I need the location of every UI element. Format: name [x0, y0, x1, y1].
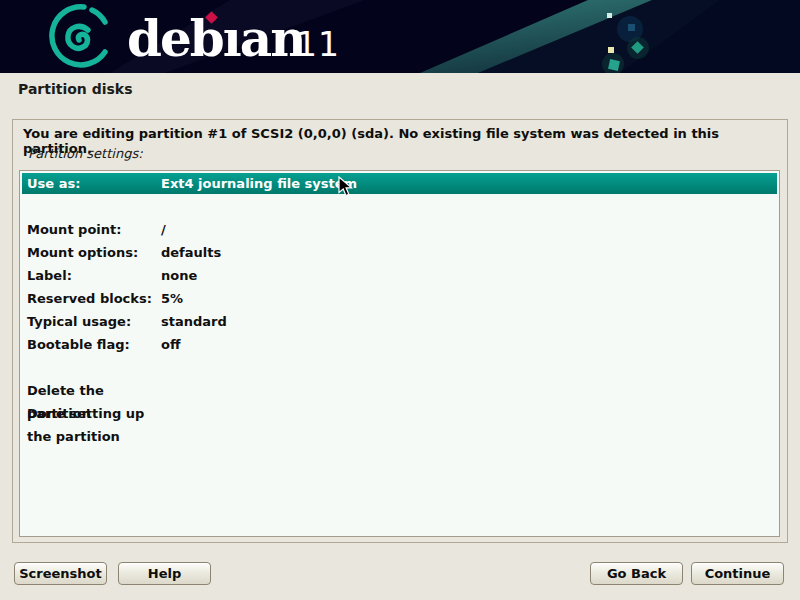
row-label: Mount point: — [27, 218, 161, 241]
row-value: / — [161, 218, 779, 241]
continue-button[interactable]: Continue — [691, 562, 784, 585]
brand-part: an — [240, 9, 305, 68]
list-row[interactable]: Bootable flag:off — [20, 333, 779, 356]
partition-settings-list[interactable]: Use as:Ext4 journaling file systemMount … — [19, 170, 780, 537]
row-label: Label: — [27, 264, 161, 287]
installer-banner: debıan 11 — [0, 0, 800, 73]
list-spacer-row — [20, 356, 779, 379]
row-value: defaults — [161, 241, 779, 264]
mouse-cursor-icon — [338, 176, 354, 198]
row-label: Bootable flag: — [27, 333, 161, 356]
partition-settings-label: Partition settings: — [28, 146, 143, 161]
list-row[interactable]: Use as:Ext4 journaling file system — [22, 173, 777, 194]
row-label: Reserved blocks: — [27, 287, 161, 310]
row-value — [161, 402, 779, 425]
row-value: off — [161, 333, 779, 356]
brand-part-dotless-i: ı — [223, 9, 240, 68]
row-value: none — [161, 264, 779, 287]
list-row[interactable]: Reserved blocks:5% — [20, 287, 779, 310]
row-label: Mount options: — [27, 241, 161, 264]
row-label: Use as: — [27, 173, 161, 194]
row-label: Typical usage: — [27, 310, 161, 333]
debian-version: 11 — [296, 28, 340, 61]
row-value: Ext4 journaling file system — [161, 173, 777, 194]
debian-logo-wordmark: debıan — [127, 14, 304, 64]
page-title: Partition disks — [18, 81, 132, 97]
list-row[interactable]: Typical usage:standard — [20, 310, 779, 333]
row-value: standard — [161, 310, 779, 333]
list-row[interactable]: Done setting up the partition — [20, 402, 779, 425]
debian-swirl-icon — [46, 3, 110, 69]
list-row[interactable]: Label:none — [20, 264, 779, 287]
list-spacer-row — [20, 195, 779, 218]
list-row[interactable]: Delete the partition — [20, 379, 779, 402]
list-row[interactable]: Mount point:/ — [20, 218, 779, 241]
row-value — [161, 379, 779, 402]
screenshot-button[interactable]: Screenshot — [14, 562, 107, 585]
row-value: 5% — [161, 287, 779, 310]
row-label: Delete the partition — [27, 379, 161, 402]
partition-info-frame: You are editing partition #1 of SCSI2 (0… — [12, 119, 788, 543]
row-label: Done setting up the partition — [27, 402, 161, 425]
banner-artwork — [0, 0, 800, 73]
help-button[interactable]: Help — [118, 562, 211, 585]
go-back-button[interactable]: Go Back — [590, 562, 683, 585]
list-row[interactable]: Mount options:defaults — [20, 241, 779, 264]
